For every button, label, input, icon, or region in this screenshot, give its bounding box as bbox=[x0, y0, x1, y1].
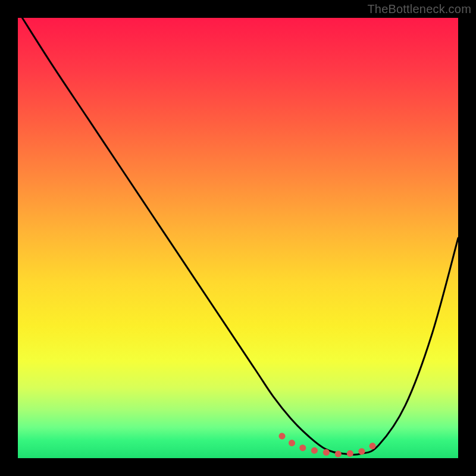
watermark-text: TheBottleneck.com bbox=[367, 2, 471, 16]
plot-area bbox=[18, 18, 458, 458]
bottleneck-curve bbox=[22, 18, 458, 455]
curve-svg bbox=[18, 18, 458, 458]
optimal-range-dots bbox=[282, 436, 374, 454]
chart-frame: TheBottleneck.com bbox=[0, 0, 476, 476]
